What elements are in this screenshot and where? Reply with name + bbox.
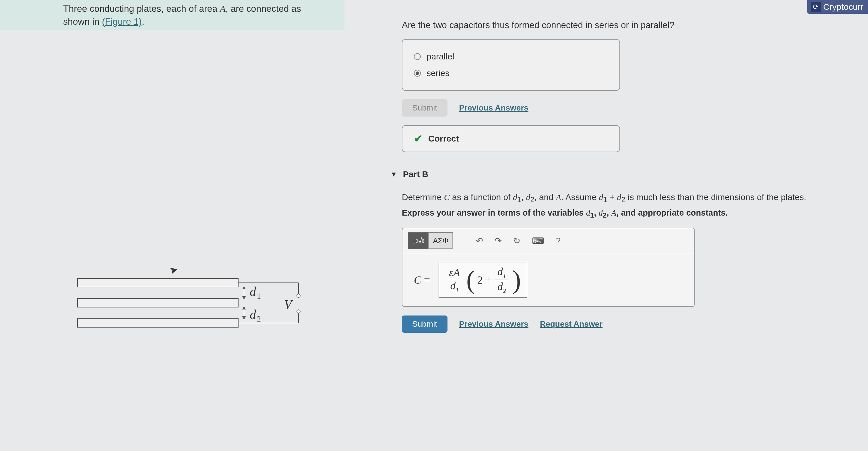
radio-series-label: series — [427, 68, 450, 78]
templates-button[interactable]: ▯▯√▯ — [408, 233, 429, 249]
formula-input[interactable]: C = εA d1 ( 2 + d1 d2 ) — [402, 253, 694, 306]
check-icon: ✔ — [414, 132, 423, 145]
part-b-prompt: Determine C as a function of d1, d2, and… — [402, 191, 857, 205]
greek-button[interactable]: ΑΣΦ — [429, 233, 453, 249]
svg-text:2: 2 — [257, 314, 261, 323]
crypto-badge[interactable]: ⟳ Cryptocurr — [807, 0, 868, 14]
svg-marker-5 — [242, 296, 246, 300]
svg-text:d: d — [250, 284, 256, 299]
part-a-question: Are the two capacitors thus formed conne… — [384, 20, 857, 30]
previous-answers-link-a[interactable]: Previous Answers — [459, 103, 528, 113]
figure-link[interactable]: (Figure 1) — [102, 17, 142, 27]
part-b-header[interactable]: ▼ Part B — [391, 169, 857, 179]
svg-text:1: 1 — [257, 291, 261, 300]
svg-text:V: V — [284, 297, 293, 311]
equation-toolbar: ▯▯√▯ ΑΣΦ ↶ ↷ ↻ ⌨ ? — [402, 228, 694, 253]
svg-rect-2 — [78, 319, 238, 327]
radio-series[interactable]: series — [414, 65, 608, 82]
reset-icon[interactable]: ↻ — [507, 233, 526, 248]
crypto-label: Cryptocurr — [823, 2, 863, 12]
figure-1: d 1 d 2 V — [66, 267, 324, 348]
svg-point-18 — [297, 310, 300, 313]
svg-rect-1 — [78, 299, 238, 307]
undo-icon[interactable]: ↶ — [470, 233, 489, 248]
problem-text-1: Three conducting plates, each of area — [63, 3, 220, 14]
part-b-title: Part B — [403, 169, 428, 179]
problem-period: . — [142, 17, 144, 27]
redo-icon[interactable]: ↷ — [489, 233, 507, 248]
chevron-down-icon: ▼ — [391, 170, 397, 178]
submit-button-a: Submit — [402, 99, 447, 117]
problem-text-1b: , are connected as — [226, 3, 301, 14]
problem-var-A: A — [220, 3, 226, 14]
radio-group: parallel series — [402, 39, 620, 91]
answer-input-box: ▯▯√▯ ΑΣΦ ↶ ↷ ↻ ⌨ ? C = εA d1 ( 2 — [402, 228, 694, 307]
problem-text-2: shown in — [63, 17, 102, 27]
radio-icon — [414, 53, 421, 60]
formula-content[interactable]: εA d1 ( 2 + d1 d2 ) — [439, 262, 527, 298]
svg-rect-0 — [78, 278, 238, 287]
svg-marker-7 — [242, 306, 246, 309]
previous-answers-link-b[interactable]: Previous Answers — [459, 320, 528, 329]
radio-parallel[interactable]: parallel — [414, 48, 608, 65]
keyboard-icon[interactable]: ⌨ — [526, 233, 550, 248]
request-answer-link[interactable]: Request Answer — [540, 320, 602, 329]
radio-icon — [414, 70, 421, 77]
correct-label: Correct — [428, 134, 459, 144]
svg-point-15 — [297, 294, 300, 297]
svg-marker-8 — [242, 317, 246, 320]
svg-marker-4 — [242, 286, 246, 290]
help-icon[interactable]: ? — [550, 233, 566, 248]
svg-text:d: d — [250, 307, 256, 322]
part-b-instruction: Express your answer in terms of the vari… — [402, 208, 857, 219]
problem-statement: Three conducting plates, each of area A,… — [0, 0, 344, 30]
crypto-icon: ⟳ — [811, 2, 821, 12]
radio-parallel-label: parallel — [427, 52, 454, 61]
submit-button-b[interactable]: Submit — [402, 315, 447, 333]
correct-feedback: ✔ Correct — [402, 125, 620, 152]
